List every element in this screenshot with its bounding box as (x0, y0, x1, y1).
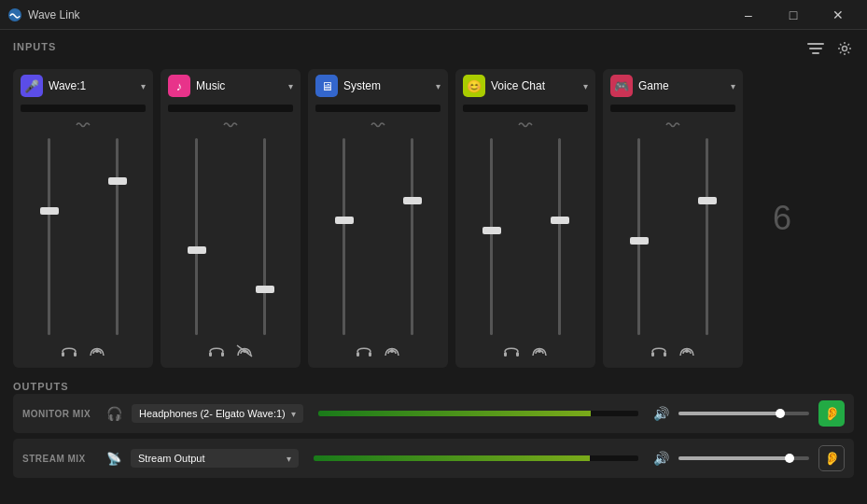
faders-music (161, 134, 301, 339)
minimize-button[interactable]: – (727, 0, 770, 30)
volume-meter-game (610, 105, 735, 112)
monitor-ear-button[interactable]: 👂 (818, 400, 845, 427)
channel-dropdown-music[interactable]: ▾ (288, 81, 293, 91)
link-icon-game (603, 119, 743, 131)
fader-track-music-1[interactable] (238, 134, 291, 339)
close-button[interactable]: ✕ (817, 0, 860, 30)
link-icon-voicechat (455, 119, 595, 131)
channel-icon-system: 🖥 (315, 75, 338, 97)
fader-track-voicechat-0[interactable] (465, 134, 518, 339)
broadcast-icon-music[interactable] (236, 344, 253, 360)
volume-meter-system (315, 105, 440, 112)
channel-card-game: 🎮Game▾ (603, 69, 743, 368)
fader-line-music-0 (195, 138, 198, 335)
title-bar: Wave Link – □ ✕ (0, 0, 867, 30)
channel-dropdown-game[interactable]: ▾ (731, 81, 735, 91)
settings-button[interactable] (835, 39, 854, 62)
channel-card-voicechat: 😊Voice Chat▾ (455, 69, 595, 368)
channel-header-wave1: 🎤Wave:1▾ (13, 69, 153, 103)
fader-handle-voicechat-1[interactable] (551, 217, 569, 224)
headphones-icon-game[interactable] (650, 344, 667, 360)
channel-name-system: System (343, 79, 430, 92)
svg-rect-12 (357, 352, 359, 357)
inputs-section-label: INPUTS (13, 41, 56, 52)
fader-track-system-1[interactable] (385, 134, 439, 339)
fader-track-wave1-1[interactable] (91, 134, 144, 339)
monitor-volume-slider[interactable] (678, 412, 809, 415)
channel-icon-voicechat: 😊 (463, 75, 485, 97)
title-bar-left: Wave Link (7, 7, 80, 22)
maximize-button[interactable]: □ (772, 0, 815, 30)
fader-handle-system-1[interactable] (403, 197, 422, 204)
stream-dropdown-arrow: ▾ (287, 454, 291, 464)
channel-footer-voicechat (455, 339, 595, 360)
channel-header-voicechat: 😊Voice Chat▾ (455, 69, 595, 103)
fader-track-system-0[interactable] (317, 134, 371, 339)
channel-name-wave1: Wave:1 (49, 79, 135, 92)
fader-handle-game-1[interactable] (698, 197, 717, 204)
inputs-header: INPUTS (13, 39, 854, 62)
channel-dropdown-voicechat[interactable]: ▾ (583, 81, 588, 91)
faders-wave1 (13, 134, 153, 339)
broadcast-icon-voicechat[interactable] (531, 344, 548, 360)
link-icon-wave1 (13, 119, 153, 131)
headphones-icon-music[interactable] (208, 344, 225, 360)
channel-dropdown-wave1[interactable]: ▾ (141, 81, 146, 91)
faders-game (603, 134, 743, 339)
faders-system (308, 134, 448, 339)
channel-dropdown-system[interactable]: ▾ (436, 81, 440, 91)
channel-footer-wave1 (13, 339, 153, 360)
outputs-section: OUTPUTS MONITOR MIX 🎧 Headphones (2- Elg… (13, 377, 854, 483)
stream-volume-icon[interactable]: 🔊 (653, 451, 669, 466)
fader-track-game-0[interactable] (612, 134, 665, 339)
channel-icon-music: ♪ (168, 75, 190, 97)
monitor-mix-label: MONITOR MIX (22, 409, 97, 419)
fader-handle-music-1[interactable] (256, 286, 274, 293)
filter-icon (807, 42, 824, 55)
stream-ear-button[interactable]: 👂 (818, 445, 845, 471)
channel-footer-system (308, 339, 448, 360)
stream-volume-slider[interactable] (678, 456, 809, 460)
channel-header-music: ♪Music▾ (161, 69, 301, 103)
svg-rect-9 (221, 352, 224, 357)
broadcast-icon-system[interactable] (384, 344, 400, 360)
monitor-dropdown-arrow: ▾ (291, 409, 296, 419)
monitor-meter (318, 411, 638, 416)
monitor-slider-thumb[interactable] (776, 409, 785, 418)
stream-device-select[interactable]: Stream Output ▾ (131, 449, 299, 468)
volume-meter-music (168, 105, 293, 112)
monitor-mix-row: MONITOR MIX 🎧 Headphones (2- Elgato Wave… (13, 394, 854, 433)
channel-card-system: 🖥System▾ (308, 69, 448, 368)
filter-button[interactable] (805, 39, 826, 62)
fader-track-music-0[interactable] (170, 134, 223, 339)
svg-rect-13 (369, 352, 371, 357)
headphones-icon-voicechat[interactable] (503, 344, 520, 360)
link-icon-music (161, 119, 301, 131)
fader-handle-wave1-1[interactable] (108, 177, 127, 185)
fader-handle-wave1-0[interactable] (40, 207, 59, 215)
svg-rect-8 (209, 352, 212, 357)
fader-handle-voicechat-0[interactable] (482, 227, 501, 234)
fader-handle-game-0[interactable] (630, 237, 649, 245)
stream-meter-fill (314, 455, 590, 461)
volume-meter-wave1 (21, 105, 146, 112)
monitor-volume-icon[interactable]: 🔊 (653, 406, 669, 421)
fader-track-game-1[interactable] (680, 134, 734, 339)
fader-handle-system-0[interactable] (335, 217, 354, 224)
svg-rect-15 (504, 352, 507, 357)
headphones-icon-system[interactable] (356, 344, 372, 360)
fader-track-voicechat-1[interactable] (533, 134, 586, 339)
headphones-icon-wave1[interactable] (61, 344, 77, 360)
broadcast-icon: 📡 (106, 452, 121, 466)
title-bar-controls: – □ ✕ (727, 0, 860, 30)
inputs-header-controls (805, 39, 854, 62)
monitor-device-name: Headphones (2- Elgato Wave:1) (139, 408, 286, 419)
broadcast-icon-game[interactable] (678, 344, 695, 360)
channel-card-wave1: 🎤Wave:1▾ (13, 69, 153, 368)
monitor-device-select[interactable]: Headphones (2- Elgato Wave:1) ▾ (132, 404, 303, 423)
broadcast-icon-wave1[interactable] (89, 344, 105, 360)
fader-handle-music-0[interactable] (188, 246, 206, 254)
channel-name-music: Music (196, 79, 283, 92)
fader-track-wave1-0[interactable] (22, 134, 76, 339)
stream-slider-thumb[interactable] (785, 454, 794, 463)
